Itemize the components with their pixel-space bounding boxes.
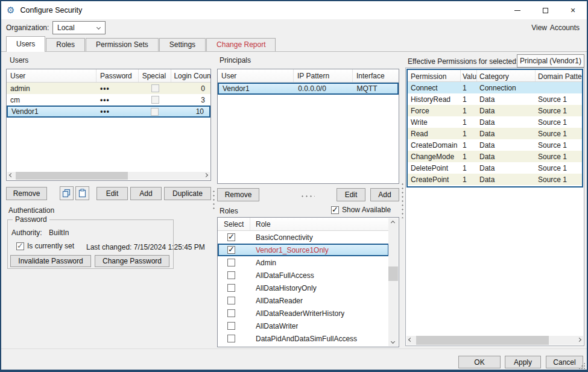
- role-checkbox[interactable]: [227, 322, 235, 330]
- permission-row[interactable]: ChangeMode1DataSource 1: [408, 151, 582, 162]
- roles-col-select[interactable]: Select: [218, 218, 250, 230]
- menu-view[interactable]: View: [531, 24, 547, 32]
- users-col-password[interactable]: Password: [96, 69, 139, 82]
- ok-button[interactable]: OK: [458, 356, 501, 368]
- is-currently-set-row: Is currently set: [16, 242, 74, 250]
- scroll-right-icon[interactable]: [204, 173, 208, 177]
- perm-col-permission[interactable]: Permission: [408, 70, 461, 81]
- users-table-row[interactable]: cm•••3: [7, 94, 210, 106]
- roles-vscroll-thumb[interactable]: [388, 266, 398, 281]
- maximize-button[interactable]: [531, 1, 559, 19]
- value-cell: 1: [461, 141, 477, 150]
- scroll-right-icon[interactable]: [577, 338, 581, 342]
- users-col-user[interactable]: User: [7, 69, 96, 82]
- title-bar: ⚙ Configure Security ×: [1, 1, 587, 19]
- authority-label: Authority:: [11, 229, 42, 237]
- users-col-special[interactable]: Special: [139, 69, 172, 82]
- scroll-down-icon[interactable]: [391, 339, 395, 344]
- special-checkbox: [151, 96, 159, 104]
- tab-permission-sets[interactable]: Permission Sets: [86, 38, 159, 51]
- change-password-button[interactable]: Change Password: [95, 255, 169, 267]
- tab-roles[interactable]: Roles: [46, 38, 85, 51]
- role-row[interactable]: AllDataFullAccess: [218, 269, 389, 282]
- users-hscrollbar[interactable]: [7, 172, 210, 180]
- domain-pattern-cell: Source 1: [536, 107, 582, 115]
- principals-edit-button[interactable]: Edit: [337, 188, 365, 201]
- permissions-hscrollbar[interactable]: [406, 336, 583, 345]
- role-row[interactable]: Vendor1_Source1Only: [218, 244, 389, 256]
- cancel-button[interactable]: Cancel: [546, 356, 583, 368]
- splitter-handle[interactable]: [213, 189, 215, 210]
- perm-col-domain-pattern[interactable]: Domain Pattern: [536, 70, 582, 81]
- minimize-button[interactable]: [504, 1, 531, 19]
- role-checkbox[interactable]: [227, 335, 235, 342]
- permission-row[interactable]: Read1DataSource 1: [408, 128, 582, 139]
- principals-col-ip-pattern[interactable]: IP Pattern: [294, 69, 353, 82]
- users-table-row[interactable]: Vendor1•••10: [7, 106, 210, 118]
- users-edit-button[interactable]: Edit: [96, 187, 128, 200]
- role-row[interactable]: Admin: [218, 256, 389, 269]
- role-checkbox[interactable]: [227, 246, 235, 254]
- permission-cell: CreatePoint: [408, 175, 461, 184]
- role-row[interactable]: BasicConnectivity: [218, 231, 389, 244]
- permission-row[interactable]: Connect1Connection: [408, 82, 582, 93]
- permission-row[interactable]: CreatePoint1DataSource 1: [408, 174, 582, 185]
- paste-button[interactable]: [75, 186, 89, 200]
- perm-col-value[interactable]: Value: [461, 70, 477, 81]
- principals-col-user[interactable]: User: [218, 69, 294, 82]
- principals-table-row[interactable]: Vendor10.0.0.0/0MQTT: [218, 83, 399, 95]
- domain-pattern-cell: Source 1: [536, 95, 582, 104]
- users-col-login-count[interactable]: Login Coun: [171, 69, 210, 82]
- apply-button[interactable]: Apply: [505, 356, 541, 368]
- permission-row[interactable]: Write1DataSource 1: [408, 116, 582, 128]
- invalidate-password-button[interactable]: Invalidate Password: [10, 255, 91, 267]
- users-remove-button[interactable]: Remove: [6, 187, 47, 200]
- role-checkbox[interactable]: [227, 297, 235, 304]
- permission-row[interactable]: HistoryRead1DataSource 1: [408, 93, 582, 105]
- role-row[interactable]: AllDataReaderWriterHistory: [218, 307, 389, 320]
- close-button[interactable]: ×: [559, 1, 587, 19]
- perm-col-category[interactable]: Category: [477, 70, 536, 81]
- splitter-handle[interactable]: [300, 195, 315, 197]
- tab-change-report[interactable]: Change Report: [206, 38, 276, 51]
- role-checkbox[interactable]: [227, 271, 235, 279]
- roles-vscrollbar[interactable]: [388, 218, 398, 346]
- permission-row[interactable]: DeletePoint1DataSource 1: [408, 162, 582, 174]
- users-hscroll-thumb[interactable]: [16, 172, 128, 180]
- permissions-hscroll-thumb[interactable]: [416, 336, 549, 345]
- permissions-selector-button[interactable]: Principal (Vendor1): [517, 54, 584, 68]
- roles-col-role[interactable]: Role: [250, 218, 389, 230]
- authentication-title: Authentication: [8, 206, 54, 215]
- role-row[interactable]: AllDataHistoryOnly: [218, 282, 389, 294]
- scroll-left-icon[interactable]: [408, 338, 413, 342]
- permissions-table: Permission Value Category Domain Pattern…: [406, 69, 583, 188]
- users-duplicate-button[interactable]: Duplicate: [164, 187, 211, 200]
- roles-table-header: Select Role: [218, 218, 389, 231]
- role-checkbox[interactable]: [227, 259, 235, 266]
- role-row[interactable]: AllDataReader: [218, 294, 389, 307]
- users-table-row[interactable]: admin•••0: [7, 83, 210, 94]
- is-currently-set-checkbox[interactable]: [16, 242, 24, 250]
- menu-accounts[interactable]: Accounts: [550, 24, 580, 32]
- organization-dropdown[interactable]: Local: [52, 21, 106, 34]
- principals-col-interface[interactable]: Interface: [353, 69, 397, 82]
- principals-add-button[interactable]: Add: [370, 188, 399, 201]
- tab-settings[interactable]: Settings: [159, 38, 206, 51]
- permission-row[interactable]: Force1DataSource 1: [408, 105, 582, 116]
- users-add-button[interactable]: Add: [130, 187, 162, 200]
- copy-button[interactable]: [60, 186, 74, 200]
- role-row[interactable]: DataPidAndDataSimFullAccess: [218, 332, 389, 345]
- show-available-checkbox[interactable]: [331, 206, 339, 214]
- role-checkbox[interactable]: [227, 284, 235, 292]
- role-row[interactable]: AllDataWriter: [218, 320, 389, 332]
- role-checkbox[interactable]: [227, 233, 235, 241]
- scroll-left-icon[interactable]: [9, 173, 13, 177]
- authority-value: BuiltIn: [49, 229, 69, 237]
- permission-row[interactable]: CreateDomain1DataSource 1: [408, 139, 582, 151]
- splitter-handle[interactable]: [402, 182, 403, 218]
- tab-users[interactable]: Users: [6, 36, 45, 52]
- role-checkbox[interactable]: [227, 309, 235, 317]
- scroll-up-icon[interactable]: [391, 221, 395, 225]
- principals-remove-button[interactable]: Remove: [217, 188, 259, 201]
- roles-table-body: BasicConnectivityVendor1_Source1OnlyAdmi…: [218, 231, 389, 345]
